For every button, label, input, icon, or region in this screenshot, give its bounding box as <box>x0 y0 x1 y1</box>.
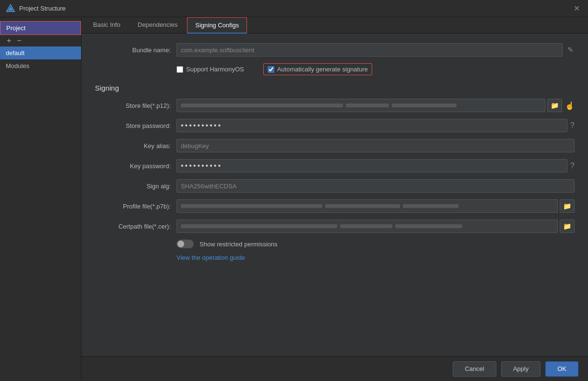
tab-dependencies[interactable]: Dependencies <box>130 17 185 33</box>
store-password-help-icon[interactable]: ? <box>570 121 575 130</box>
sidebar: Project + − default Modules <box>0 17 82 381</box>
bundle-name-row: Bundle name: ✎ <box>95 43 575 57</box>
bundle-name-label: Bundle name: <box>95 46 176 54</box>
key-password-help-icon[interactable]: ? <box>570 162 575 170</box>
key-alias-input[interactable] <box>176 139 575 152</box>
ok-button[interactable]: OK <box>545 361 578 377</box>
key-password-input[interactable] <box>176 159 567 173</box>
tab-bar: Basic Info Dependencies Signing Configs <box>82 17 588 34</box>
profile-file-row: Profile file(*.p7b): 📁 <box>95 199 575 213</box>
sign-alg-label: Sign alg: <box>95 183 176 190</box>
store-file-row: Store file(*.p12): 📁 ☝ <box>95 99 575 112</box>
content-area: Basic Info Dependencies Signing Configs … <box>82 17 588 381</box>
bundle-name-input[interactable] <box>176 43 563 57</box>
profile-file-field-container <box>176 199 558 213</box>
cancel-button[interactable]: Cancel <box>453 361 496 377</box>
support-harmonyos-item: Support HarmonyOS <box>176 66 244 73</box>
profile-file-label: Profile file(*.p7b): <box>95 203 176 210</box>
fingerprint-icon[interactable]: ☝ <box>565 101 575 110</box>
store-file-wrap: 📁 <box>176 99 562 112</box>
sidebar-item-modules[interactable]: Modules <box>0 59 81 72</box>
title-bar-text: Project Structure <box>19 5 66 12</box>
key-alias-label: Key alias: <box>95 142 176 150</box>
key-password-wrap <box>176 159 567 173</box>
store-file-browse-button[interactable]: 📁 <box>547 99 562 112</box>
app-logo-icon <box>6 4 15 13</box>
sidebar-controls: + − <box>0 35 81 46</box>
toggle-knob <box>177 241 184 247</box>
sidebar-item-default[interactable]: default <box>0 46 81 59</box>
sidebar-item-project[interactable]: Project <box>0 21 81 35</box>
add-config-button[interactable]: + <box>6 37 12 45</box>
store-password-input[interactable] <box>176 119 567 132</box>
show-restricted-toggle[interactable] <box>176 240 194 248</box>
signing-section-title: Signing <box>95 84 575 92</box>
tab-signing-configs[interactable]: Signing Configs <box>187 17 247 34</box>
auto-generate-sig-label: Automatically generate signature <box>277 66 368 73</box>
show-restricted-label: Show restricted permissions <box>200 241 278 248</box>
store-file-field-container <box>176 99 545 112</box>
store-file-label: Store file(*.p12): <box>95 102 176 109</box>
remove-config-button[interactable]: − <box>16 37 22 45</box>
close-button[interactable]: ✕ <box>571 3 582 14</box>
certpath-file-wrap: 📁 <box>176 219 575 233</box>
auto-generate-sig-item: Automatically generate signature <box>263 63 372 75</box>
key-password-row: Key password: ? <box>95 159 575 173</box>
main-layout: Project + − default Modules Basic Info D… <box>0 17 588 381</box>
key-password-label: Key password: <box>95 162 176 170</box>
edit-icon[interactable]: ✎ <box>566 45 575 55</box>
checkboxes-row: Support HarmonyOS Automatically generate… <box>95 63 575 75</box>
profile-file-browse-button[interactable]: 📁 <box>560 199 575 213</box>
support-harmonyos-checkbox[interactable] <box>176 66 183 73</box>
certpath-file-row: Certpath file(*.cer): 📁 <box>95 219 575 233</box>
sign-alg-wrap <box>176 179 575 193</box>
bundle-input-wrap: ✎ <box>176 43 575 57</box>
support-harmonyos-label: Support HarmonyOS <box>186 66 244 73</box>
certpath-file-label: Certpath file(*.cer): <box>95 223 176 230</box>
store-password-label: Store password: <box>95 122 176 129</box>
form-content: Bundle name: ✎ Support HarmonyOS Automat… <box>82 34 588 356</box>
footer: Cancel Apply OK <box>82 356 588 381</box>
operation-guide-link[interactable]: View the operation guide <box>95 254 575 261</box>
store-password-wrap <box>176 119 567 132</box>
title-bar: Project Structure ✕ <box>0 0 588 17</box>
apply-button[interactable]: Apply <box>501 361 541 377</box>
store-password-row: Store password: ? <box>95 119 575 132</box>
sign-alg-input[interactable] <box>176 179 575 193</box>
auto-generate-sig-checkbox[interactable] <box>268 66 274 73</box>
key-alias-row: Key alias: <box>95 139 575 152</box>
certpath-file-browse-button[interactable]: 📁 <box>560 219 575 233</box>
profile-file-wrap: 📁 <box>176 199 575 213</box>
toggle-row: Show restricted permissions <box>95 240 575 248</box>
key-alias-wrap <box>176 139 575 152</box>
certpath-file-field-container <box>176 219 558 233</box>
tab-basic-info[interactable]: Basic Info <box>85 17 128 33</box>
sign-alg-row: Sign alg: <box>95 179 575 193</box>
